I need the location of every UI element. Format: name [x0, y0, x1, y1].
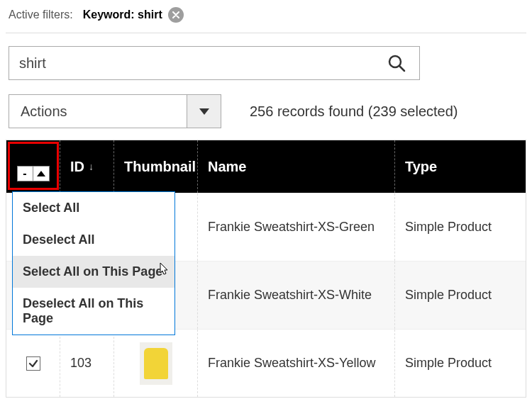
column-header-name[interactable]: Name: [198, 140, 395, 193]
indeterminate-icon: -: [18, 167, 33, 181]
filter-chip-keyword: Keyword: shirt: [83, 7, 184, 23]
row-type-cell: Simple Product: [395, 330, 526, 397]
chevron-up-icon: [33, 167, 49, 181]
table-row[interactable]: 103 Frankie Sweatshirt-XS-Yellow Simple …: [6, 329, 526, 397]
column-header-thumbnail[interactable]: Thumbnail: [114, 140, 198, 193]
multiselect-dropdown: Select All Deselect All Select All on Th…: [12, 191, 175, 335]
column-header-type[interactable]: Type: [395, 140, 526, 193]
column-header-id[interactable]: ID ↓: [60, 140, 114, 193]
menu-item-deselect-all[interactable]: Deselect All: [13, 224, 174, 256]
row-name-cell: Frankie Sweatshirt-XS-White: [198, 262, 395, 329]
filter-chip-text: Keyword: shirt: [83, 9, 162, 21]
menu-item-select-page-label: Select All on This Page: [23, 264, 162, 279]
dropdown-caret-icon[interactable]: [187, 95, 221, 128]
svg-line-1: [399, 66, 404, 71]
search-input[interactable]: [19, 55, 381, 72]
column-header-checkbox[interactable]: -: [6, 140, 60, 193]
sort-arrow-icon: ↓: [89, 161, 94, 172]
product-thumbnail: [140, 342, 172, 385]
column-header-id-label: ID: [70, 159, 84, 175]
cursor-pointer-icon: [156, 262, 170, 282]
multiselect-toggle[interactable]: -: [17, 166, 50, 181]
menu-item-select-all[interactable]: Select All: [13, 192, 174, 224]
row-thumb-cell: [114, 330, 198, 397]
checkbox-checked[interactable]: [26, 356, 40, 371]
search-icon[interactable]: [381, 54, 412, 72]
product-grid: - ID ↓ Thumbnail Name Type Select All De…: [6, 140, 526, 398]
row-name-cell: Frankie Sweatshirt-XS-Green: [198, 193, 395, 261]
row-name-cell: Frankie Sweatshirt-XS-Yellow: [198, 330, 395, 397]
active-filters-label: Active filters:: [9, 9, 73, 21]
actions-dropdown[interactable]: Actions: [9, 94, 221, 128]
actions-label: Actions: [9, 103, 187, 120]
menu-item-select-page[interactable]: Select All on This Page: [13, 256, 174, 288]
active-filters-bar: Active filters: Keyword: shirt: [6, 0, 526, 33]
records-status: 256 records found (239 selected): [250, 103, 458, 120]
row-id-cell: 103: [60, 330, 114, 397]
menu-item-deselect-page[interactable]: Deselect All on This Page: [13, 288, 174, 335]
table-header: - ID ↓ Thumbnail Name Type Select All De…: [6, 140, 526, 193]
search-box: [9, 46, 420, 80]
row-type-cell: Simple Product: [395, 193, 526, 261]
row-type-cell: Simple Product: [395, 262, 526, 329]
remove-filter-icon[interactable]: [168, 7, 184, 23]
row-checkbox-cell[interactable]: [6, 330, 60, 397]
